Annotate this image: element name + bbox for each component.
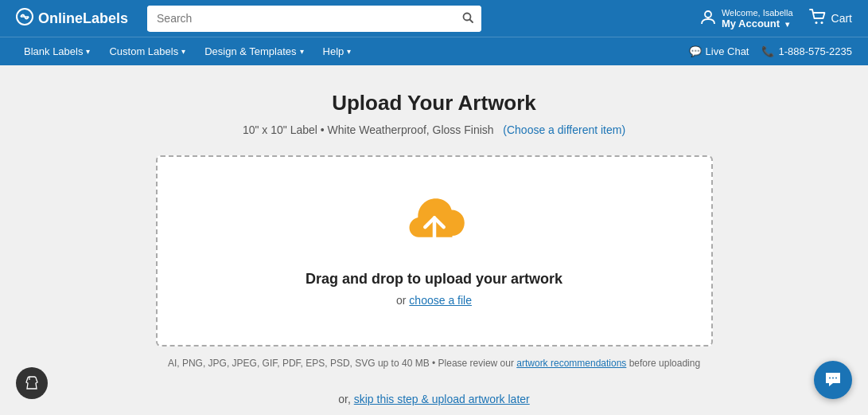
- cart-icon: [809, 9, 827, 29]
- nav-item-design-templates[interactable]: Design & Templates ▾: [197, 39, 311, 64]
- subtitle-text: 10" x 10" Label • White Weatherproof, Gl…: [243, 123, 494, 136]
- page-title: Upload Your Artwork: [332, 91, 536, 115]
- shopify-notification-button[interactable]: [16, 367, 48, 399]
- search-button[interactable]: [454, 6, 481, 32]
- upload-dropzone[interactable]: Drag and drop to upload your artwork or …: [156, 155, 713, 346]
- phone-icon: 📞: [761, 45, 774, 57]
- logo-icon: [16, 8, 33, 29]
- top-nav-bar: OnlineLabels Welcome, Isabella My Accoun…: [0, 0, 868, 37]
- svg-point-9: [835, 378, 837, 379]
- live-chat-link[interactable]: 💬 Live Chat: [689, 45, 749, 57]
- nav-item-help[interactable]: Help ▾: [315, 39, 360, 64]
- svg-point-6: [820, 22, 823, 24]
- svg-point-8: [832, 378, 834, 379]
- logo-text: OnlineLabels: [38, 10, 128, 27]
- cloud-upload-icon: [399, 195, 470, 255]
- welcome-text: Welcome, Isabella: [722, 8, 793, 18]
- chevron-down-icon: ▾: [86, 47, 90, 56]
- svg-point-4: [705, 11, 711, 18]
- choose-file-link[interactable]: choose a file: [409, 294, 472, 307]
- nav-item-custom-labels[interactable]: Custom Labels ▾: [101, 39, 193, 64]
- logo-area[interactable]: OnlineLabels: [16, 8, 128, 29]
- svg-line-3: [470, 19, 473, 22]
- choose-different-item-link[interactable]: (Choose a different item): [503, 123, 625, 136]
- account-text: Welcome, Isabella My Account ▾: [722, 8, 793, 29]
- chat-bubble-icon: 💬: [689, 45, 702, 57]
- secondary-nav: Blank Labels ▾ Custom Labels ▾ Design & …: [0, 37, 868, 65]
- file-formats-info: AI, PNG, JPG, JPEG, GIF, PDF, EPS, PSD, …: [168, 358, 700, 369]
- nav-items: Blank Labels ▾ Custom Labels ▾ Design & …: [16, 39, 689, 64]
- svg-point-5: [815, 22, 817, 24]
- cart-label: Cart: [831, 12, 852, 25]
- skip-area: or, skip this step & upload artwork late…: [338, 393, 529, 405]
- account-area[interactable]: Welcome, Isabella My Account ▾: [699, 8, 793, 29]
- chevron-down-icon: ▾: [300, 47, 304, 56]
- top-right-area: Welcome, Isabella My Account ▾ Cart: [699, 8, 852, 29]
- phone-link[interactable]: 📞 1-888-575-2235: [761, 45, 852, 57]
- nav-right-area: 💬 Live Chat 📞 1-888-575-2235: [689, 45, 852, 57]
- search-input[interactable]: [147, 6, 454, 31]
- cart-area[interactable]: Cart: [809, 9, 852, 29]
- or-choose-text: or choose a file: [396, 294, 472, 307]
- skip-step-link[interactable]: skip this step & upload artwork later: [354, 393, 530, 405]
- chat-button[interactable]: [814, 361, 852, 399]
- svg-point-7: [829, 378, 831, 379]
- account-icon: [699, 8, 717, 29]
- search-bar[interactable]: [147, 6, 481, 32]
- drag-drop-text: Drag and drop to upload your artwork: [306, 271, 562, 288]
- chevron-down-icon: ▾: [181, 47, 185, 56]
- main-content: Upload Your Artwork 10" x 10" Label • Wh…: [0, 65, 868, 415]
- artwork-recommendations-link[interactable]: artwork recommendations: [516, 358, 626, 369]
- chevron-down-icon: ▾: [347, 47, 351, 56]
- subtitle: 10" x 10" Label • White Weatherproof, Gl…: [243, 123, 625, 136]
- my-account-label: My Account ▾: [722, 18, 793, 29]
- nav-item-blank-labels[interactable]: Blank Labels ▾: [16, 39, 98, 64]
